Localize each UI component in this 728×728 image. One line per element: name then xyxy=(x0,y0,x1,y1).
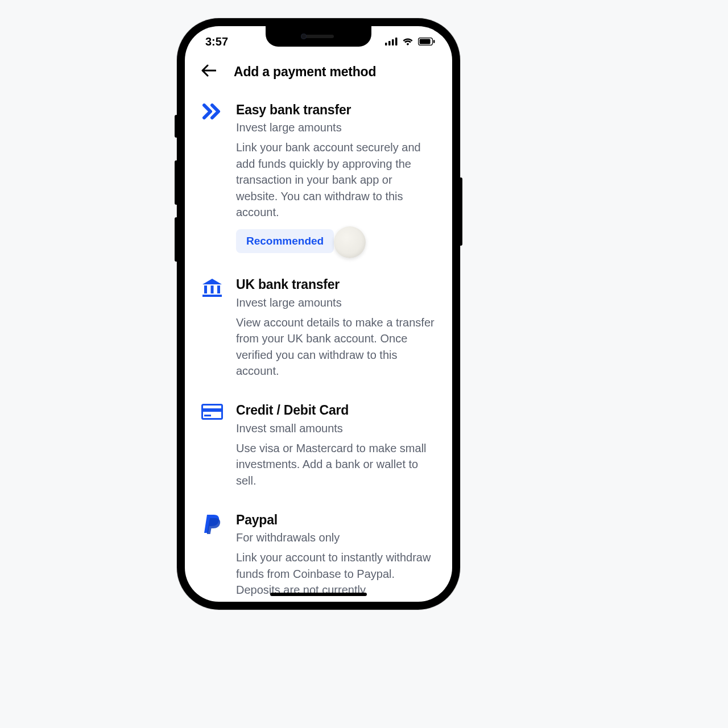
back-button[interactable] xyxy=(200,63,218,81)
credit-card-icon xyxy=(201,404,223,422)
svg-rect-2 xyxy=(392,39,394,46)
option-subtitle: Invest large amounts xyxy=(236,296,436,310)
svg-rect-13 xyxy=(204,415,211,416)
payment-method-list: Easy bank transfer Invest large amounts … xyxy=(185,90,452,601)
recommended-badge: Recommended xyxy=(236,229,334,253)
phone-frame: 3:57 xyxy=(177,18,460,610)
option-description: Link your bank account securely and add … xyxy=(236,139,436,220)
power-button xyxy=(459,177,462,246)
option-title: Easy bank transfer xyxy=(236,102,436,117)
option-description: Use visa or Mastercard to make small inv… xyxy=(236,440,436,489)
option-paypal[interactable]: Paypal For withdrawals only Link your ac… xyxy=(197,503,440,598)
svg-rect-3 xyxy=(395,38,398,46)
svg-rect-6 xyxy=(433,40,435,43)
svg-rect-12 xyxy=(202,408,222,412)
svg-rect-0 xyxy=(385,43,387,46)
svg-rect-5 xyxy=(420,39,431,44)
svg-rect-1 xyxy=(388,41,391,46)
double-chevron-icon xyxy=(202,104,222,122)
option-credit-debit-card[interactable]: Credit / Debit Card Invest small amounts… xyxy=(197,394,440,503)
arrow-left-icon xyxy=(201,64,216,79)
volume-down-button xyxy=(175,217,178,262)
option-easy-bank-transfer[interactable]: Easy bank transfer Invest large amounts … xyxy=(197,93,440,268)
device-notch xyxy=(266,26,371,47)
speaker-grill xyxy=(303,35,334,38)
option-title: Paypal xyxy=(236,512,436,527)
option-title: UK bank transfer xyxy=(236,277,436,292)
svg-rect-8 xyxy=(211,286,214,293)
nav-header: Add a payment method xyxy=(185,57,452,90)
paypal-icon xyxy=(202,514,222,537)
svg-rect-7 xyxy=(204,286,207,293)
option-description: View account details to make a transfer … xyxy=(236,315,436,379)
volume-up-button xyxy=(175,160,178,205)
option-uk-bank-transfer[interactable]: UK bank transfer Invest large amounts Vi… xyxy=(197,268,440,394)
home-indicator xyxy=(270,593,367,596)
svg-rect-10 xyxy=(202,295,222,297)
svg-rect-9 xyxy=(217,286,220,293)
option-description: Link your account to instantly withdraw … xyxy=(236,549,436,598)
phone-screen: 3:57 xyxy=(185,26,452,602)
volume-mute-switch xyxy=(175,115,178,138)
cellular-signal-icon xyxy=(385,38,398,46)
bank-icon xyxy=(202,278,222,300)
option-title: Credit / Debit Card xyxy=(236,403,436,417)
option-subtitle: Invest small amounts xyxy=(236,421,436,436)
option-subtitle: For withdrawals only xyxy=(236,531,436,545)
battery-icon xyxy=(418,38,435,46)
status-time: 3:57 xyxy=(205,35,228,48)
wifi-icon xyxy=(402,37,414,46)
page-title: Add a payment method xyxy=(234,64,376,80)
option-subtitle: Invest large amounts xyxy=(236,121,436,135)
front-camera xyxy=(301,34,307,39)
